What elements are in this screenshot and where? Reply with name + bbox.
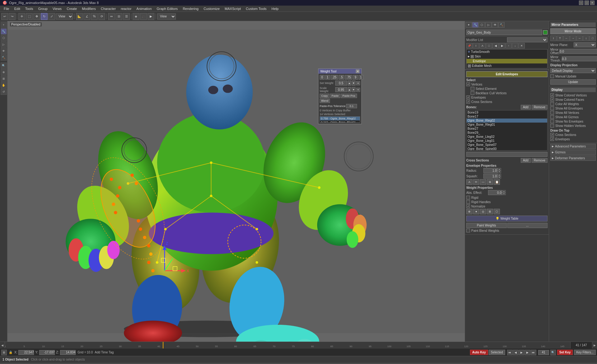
material-editor[interactable]: ◈ <box>133 13 139 20</box>
squash-down[interactable]: ▼ <box>497 176 501 179</box>
weight-icon-3[interactable]: ◎ <box>480 209 486 214</box>
menu-rendering[interactable]: Rendering <box>180 6 201 11</box>
squash-up[interactable]: ▲ <box>497 174 501 176</box>
set-weight-plus-btn[interactable]: + <box>356 81 360 85</box>
create-cmd-btn[interactable]: ✦ <box>466 22 472 28</box>
tolerance-input[interactable] <box>346 104 357 108</box>
move-button[interactable]: ✥ <box>33 13 40 20</box>
character-viewport[interactable]: Z X <box>7 21 465 342</box>
paint-weights-btn[interactable]: Paint Weights <box>466 223 507 228</box>
mod-envelope[interactable]: Envelope <box>467 59 547 63</box>
mirror-tb-2[interactable]: T <box>557 35 563 41</box>
weight-tool-header[interactable]: Weight Tool ✕ <box>318 69 361 74</box>
menu-help[interactable]: Help <box>269 6 281 11</box>
mirror-tb-1[interactable]: I <box>550 35 557 41</box>
mod-next-btn[interactable]: ▶ <box>499 43 505 49</box>
rigid-checkbox[interactable] <box>466 196 470 199</box>
close-button[interactable]: ✕ <box>590 1 595 5</box>
cs-remove-btn[interactable]: Remove <box>532 158 548 163</box>
zoom-extent-btn[interactable]: ⊞ <box>1 76 7 82</box>
set-weight-down[interactable]: ▼ <box>352 81 355 86</box>
paint-blend-btn[interactable]: ... <box>507 223 548 228</box>
object-color-swatch[interactable] <box>543 30 548 35</box>
rotate-button[interactable]: ↻ <box>41 13 48 20</box>
radius-up[interactable]: ▲ <box>497 168 501 170</box>
bone-item-lleg02[interactable]: Ogre_Bone_Lleg02 <box>467 135 547 139</box>
menu-customize[interactable]: Customize <box>201 6 222 11</box>
motion-btn[interactable]: ▷ <box>1 41 7 48</box>
scale-button[interactable]: ⤢ <box>48 13 55 20</box>
menu-views[interactable]: Views <box>50 6 64 11</box>
show-hidden-vertices-cb[interactable] <box>550 124 554 128</box>
weight-table-button[interactable]: 💡 Weight Table <box>466 216 548 222</box>
undo-button[interactable]: ↩ <box>1 13 8 20</box>
pan-btn[interactable]: ✋ <box>1 82 7 88</box>
utilities-btn[interactable]: 🔨 <box>1 54 7 61</box>
prev-frame-btn[interactable]: ◀ <box>513 350 519 355</box>
menu-custom-tools[interactable]: Custom Tools <box>243 6 269 11</box>
modifier-list-dropdown[interactable] <box>507 37 548 42</box>
paste-pos-btn[interactable]: Paste-Pos <box>341 94 357 98</box>
y-coord[interactable] <box>39 350 55 355</box>
bone-item-rleg01[interactable]: Ogre_Bone_Rleg01 <box>467 123 547 127</box>
next-frame-btn[interactable]: ▶ <box>525 350 530 355</box>
env-icon-a[interactable]: A <box>466 179 472 185</box>
weight-25-btn[interactable]: .25 <box>331 75 338 80</box>
backface-cull-checkbox[interactable] <box>471 91 474 95</box>
key-filters-button[interactable]: Key Filters... <box>574 350 596 355</box>
menu-create[interactable]: Create <box>64 6 79 11</box>
angle-snap[interactable]: ∠ <box>83 13 90 20</box>
bone-item-spine07[interactable]: Ogre_Bone_Spine07 <box>467 143 547 147</box>
mod-active-btn[interactable]: A <box>479 43 486 49</box>
mirror-offset-input[interactable] <box>559 49 597 54</box>
mod-skin[interactable]: ▶ ✓ Skin <box>467 54 547 59</box>
weight-icon-2[interactable]: ● <box>473 209 479 214</box>
env-icon-copy[interactable]: ⧉ <box>487 179 493 185</box>
select-element-checkbox[interactable] <box>471 87 474 91</box>
arc-rotate-btn[interactable]: ↺ <box>1 89 7 95</box>
env-icon-dash[interactable]: — <box>480 179 486 185</box>
deformer-params-header[interactable]: ▶ Deformer Parameters <box>550 156 596 161</box>
edit-envelopes-button[interactable]: Edit Envelopes <box>466 71 548 77</box>
scale-weight-plus-btn[interactable]: + <box>356 88 360 92</box>
viewport-toggle-btn[interactable]: ⊞ <box>1 350 7 355</box>
show-no-envelopes-cb[interactable] <box>550 119 554 123</box>
snap-toggle[interactable]: 📐 <box>76 13 83 20</box>
weight-icon-4[interactable]: ⊞ <box>487 209 493 214</box>
bones-add-btn[interactable]: Add <box>521 105 531 110</box>
bone-item-bone29[interactable]: Bone29_ <box>467 131 547 135</box>
bone-weight-item-1[interactable]: 0.758 - Ogrie_Bone_Rleg02 <box>320 117 360 120</box>
weight-5-btn[interactable]: .5 <box>339 75 344 80</box>
weight-9-btn[interactable]: 9 <box>353 75 358 80</box>
mod-move-up-btn[interactable]: ↑ <box>505 43 512 49</box>
advanced-params-header[interactable]: ▶ Advanced Parameters <box>550 144 596 149</box>
timeline-ruler[interactable]: 0 5 10 15 20 25 30 35 40 45 50 55 60 65 … <box>5 342 570 348</box>
timeline-next-btn[interactable]: ▶ <box>592 342 597 348</box>
mod-show-end-btn[interactable]: □ <box>486 43 492 49</box>
z-coord[interactable] <box>60 350 76 355</box>
color-all-weights-cb[interactable] <box>550 102 554 106</box>
main-viewport[interactable]: Perspective/Disabled <box>7 21 465 342</box>
zoom-all-btn[interactable]: ⊕ <box>1 69 7 75</box>
zoom-timeline-btn[interactable]: 🔍 <box>550 350 556 355</box>
scale-weight-up[interactable]: ▲ <box>348 87 351 92</box>
weight-0-btn[interactable]: 0 <box>320 75 325 80</box>
select-button[interactable]: ✛ <box>18 13 25 20</box>
copy-btn[interactable]: Copy <box>320 94 329 98</box>
reference-dropdown[interactable]: View World Local <box>56 13 73 20</box>
mirror-tb-7[interactable]: □ <box>590 35 596 41</box>
zoom-btn[interactable]: 🔍 <box>1 63 7 69</box>
hierarchy-btn[interactable]: ⬡ <box>1 35 7 41</box>
squash-input[interactable] <box>483 174 497 179</box>
scale-weight-down[interactable]: ▼ <box>352 87 355 92</box>
minimize-button[interactable]: – <box>579 1 583 5</box>
mirror-plane-select[interactable]: XYZ <box>574 42 596 47</box>
x-coord[interactable] <box>18 350 34 355</box>
bones-remove-btn[interactable]: Remove <box>532 105 548 110</box>
create-panel-btn[interactable]: + <box>1 22 7 28</box>
maximize-button[interactable]: □ <box>585 1 589 5</box>
utilities-cmd-btn[interactable]: 🔨 <box>498 22 505 28</box>
mirror-tb-4[interactable]: → <box>570 35 576 41</box>
go-to-end-btn[interactable]: ⏭ <box>531 350 536 355</box>
set-weight-up[interactable]: ▲ <box>348 81 351 86</box>
